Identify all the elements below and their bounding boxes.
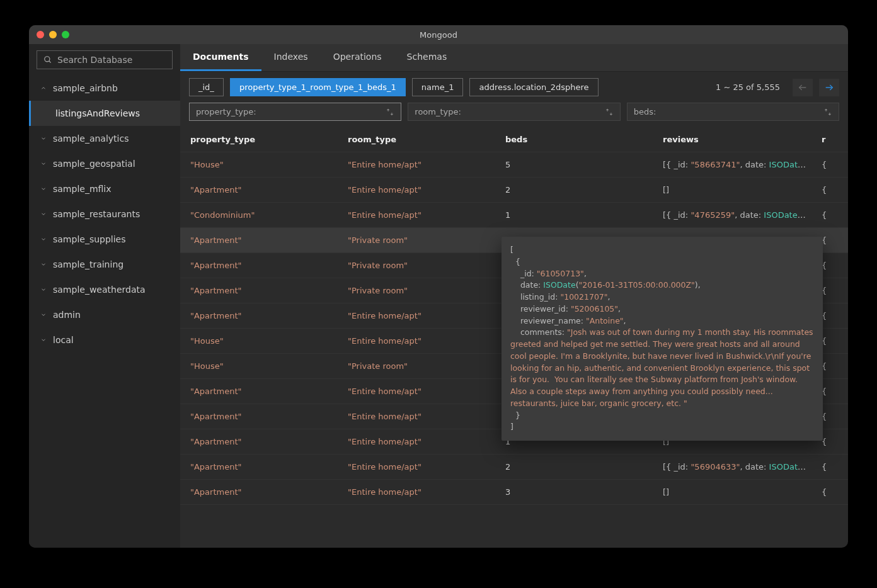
index-pill[interactable]: _id_ bbox=[189, 78, 224, 96]
column-header[interactable]: room_type bbox=[338, 127, 495, 152]
sidebar-item-local[interactable]: local bbox=[29, 327, 180, 353]
chevron-down-icon bbox=[40, 186, 47, 192]
filter-input[interactable]: room_type: bbox=[408, 103, 620, 121]
table-row[interactable]: "Condominium""Entire home/apt"1[{ _id: "… bbox=[180, 203, 848, 228]
arrow-right-icon bbox=[824, 82, 834, 93]
cell-property-type: "Apartment" bbox=[180, 278, 338, 303]
cell-room-type: "Entire home/apt" bbox=[338, 379, 495, 404]
cell-overflow: { bbox=[817, 480, 842, 504]
data-table: property_typeroom_typebedsreviewsr "Hous… bbox=[180, 127, 848, 548]
sidebar-item-sample_airbnb[interactable]: sample_airbnb bbox=[29, 76, 180, 101]
cell-room-type: "Entire home/apt" bbox=[338, 329, 495, 353]
cell-overflow: { bbox=[817, 178, 842, 202]
cell-reviews: [] bbox=[653, 178, 817, 202]
sidebar-item-label: local bbox=[53, 335, 74, 345]
cell-overflow: { bbox=[817, 152, 842, 177]
sidebar-item-label: admin bbox=[53, 310, 81, 320]
chevron-down-icon bbox=[40, 211, 47, 217]
index-bar: _id_property_type_1_room_type_1_beds_1na… bbox=[180, 72, 848, 103]
search-input[interactable]: Search Database bbox=[37, 50, 173, 69]
arrow-left-icon bbox=[798, 82, 808, 93]
cell-room-type: "Entire home/apt" bbox=[338, 455, 495, 479]
chevron-down-icon bbox=[40, 261, 47, 268]
tab-operations[interactable]: Operations bbox=[321, 44, 394, 71]
cell-overflow: { bbox=[817, 455, 842, 479]
filter-label: beds: bbox=[634, 107, 656, 116]
database-nav: sample_airbnblistingsAndReviewssample_an… bbox=[29, 76, 180, 548]
tabs: DocumentsIndexesOperationsSchemas bbox=[180, 44, 848, 72]
column-header[interactable]: reviews bbox=[653, 127, 817, 152]
cell-room-type: "Entire home/apt" bbox=[338, 480, 495, 504]
sort-icon bbox=[605, 108, 614, 116]
index-pill[interactable]: property_type_1_room_type_1_beds_1 bbox=[230, 78, 406, 96]
filter-input[interactable]: beds: bbox=[627, 103, 839, 121]
next-page-button[interactable] bbox=[819, 79, 839, 96]
tab-indexes[interactable]: Indexes bbox=[261, 44, 321, 71]
chevron-up-icon bbox=[40, 85, 47, 91]
search-icon bbox=[43, 55, 52, 64]
cell-property-type: "Apartment" bbox=[180, 228, 338, 252]
index-pill[interactable]: address.location_2dsphere bbox=[469, 78, 598, 96]
chevron-down-icon bbox=[40, 286, 47, 293]
sidebar-item-label: sample_supplies bbox=[53, 234, 126, 244]
svg-point-0 bbox=[45, 57, 50, 62]
filter-label: property_type: bbox=[196, 107, 256, 116]
cell-overflow: { bbox=[817, 203, 842, 227]
table-header: property_typeroom_typebedsreviewsr bbox=[180, 127, 848, 152]
sidebar-item-sample_mflix[interactable]: sample_mflix bbox=[29, 176, 180, 201]
sidebar-item-label: sample_analytics bbox=[53, 133, 129, 144]
cell-reviews: [] bbox=[653, 480, 817, 504]
cell-beds: 3 bbox=[495, 480, 653, 504]
sort-icon bbox=[386, 108, 394, 116]
column-header[interactable]: property_type bbox=[180, 127, 338, 152]
column-header-overflow: r bbox=[817, 127, 842, 152]
tab-documents[interactable]: Documents bbox=[180, 44, 261, 71]
chevron-down-icon bbox=[40, 135, 47, 142]
cell-room-type: "Private room" bbox=[338, 228, 495, 252]
document-tooltip: [ { _id: "61050713", date: ISODate("2016… bbox=[502, 237, 823, 441]
sidebar-item-label: sample_restaurants bbox=[53, 209, 140, 219]
index-pill[interactable]: name_1 bbox=[412, 78, 464, 96]
sidebar-item-label: sample_mflix bbox=[53, 184, 112, 194]
filter-input[interactable]: property_type: bbox=[189, 103, 401, 121]
table-row[interactable]: "House""Entire home/apt"5[{ _id: "586637… bbox=[180, 152, 848, 178]
search-placeholder: Search Database bbox=[57, 55, 132, 65]
tab-schemas[interactable]: Schemas bbox=[394, 44, 460, 71]
sidebar-item-sample_restaurants[interactable]: sample_restaurants bbox=[29, 201, 180, 227]
cell-reviews: [{ _id: "4765259", date: ISODate("2013-0… bbox=[653, 203, 817, 227]
sidebar-item-label: sample_weatherdata bbox=[53, 285, 146, 295]
cell-property-type: "Apartment" bbox=[180, 455, 338, 479]
sidebar-item-sample_geospatial[interactable]: sample_geospatial bbox=[29, 151, 180, 176]
cell-property-type: "Apartment" bbox=[180, 480, 338, 504]
cell-room-type: "Entire home/apt" bbox=[338, 178, 495, 202]
sidebar-item-sample_weatherdata[interactable]: sample_weatherdata bbox=[29, 277, 180, 302]
chevron-down-icon bbox=[40, 161, 47, 167]
cell-room-type: "Entire home/apt" bbox=[338, 152, 495, 177]
index-pills: _id_property_type_1_room_type_1_beds_1na… bbox=[189, 78, 599, 96]
cell-property-type: "Apartment" bbox=[180, 178, 338, 202]
pagination-label: 1 ~ 25 of 5,555 bbox=[716, 82, 780, 92]
table-row[interactable]: "Apartment""Entire home/apt"2[]{ bbox=[180, 178, 848, 203]
column-header[interactable]: beds bbox=[495, 127, 653, 152]
cell-room-type: "Entire home/apt" bbox=[338, 203, 495, 227]
table-row[interactable]: "Apartment""Entire home/apt"3[]{ bbox=[180, 480, 848, 505]
table-row[interactable]: "Apartment""Entire home/apt"2[{ _id: "56… bbox=[180, 455, 848, 480]
cell-beds: 1 bbox=[495, 203, 653, 227]
cell-property-type: "Condominium" bbox=[180, 203, 338, 227]
cell-room-type: "Entire home/apt" bbox=[338, 303, 495, 328]
sidebar-item-sample_supplies[interactable]: sample_supplies bbox=[29, 227, 180, 252]
sidebar-item-sample_training[interactable]: sample_training bbox=[29, 252, 180, 277]
filter-bar: property_type:room_type:beds: bbox=[180, 103, 848, 127]
sidebar-collection-listingsAndReviews[interactable]: listingsAndReviews bbox=[29, 101, 180, 126]
filter-label: room_type: bbox=[415, 107, 461, 116]
cell-room-type: "Private room" bbox=[338, 278, 495, 303]
titlebar: Mongood bbox=[29, 25, 848, 44]
cell-property-type: "House" bbox=[180, 152, 338, 177]
window-title: Mongood bbox=[29, 30, 848, 40]
sidebar-item-admin[interactable]: admin bbox=[29, 302, 180, 327]
cell-reviews: [{ _id: "58663741", date: ISODate("2016-… bbox=[653, 152, 817, 177]
sidebar-item-sample_analytics[interactable]: sample_analytics bbox=[29, 126, 180, 151]
cell-property-type: "Apartment" bbox=[180, 253, 338, 278]
sidebar-item-label: sample_training bbox=[53, 259, 123, 269]
prev-page-button[interactable] bbox=[793, 79, 813, 96]
